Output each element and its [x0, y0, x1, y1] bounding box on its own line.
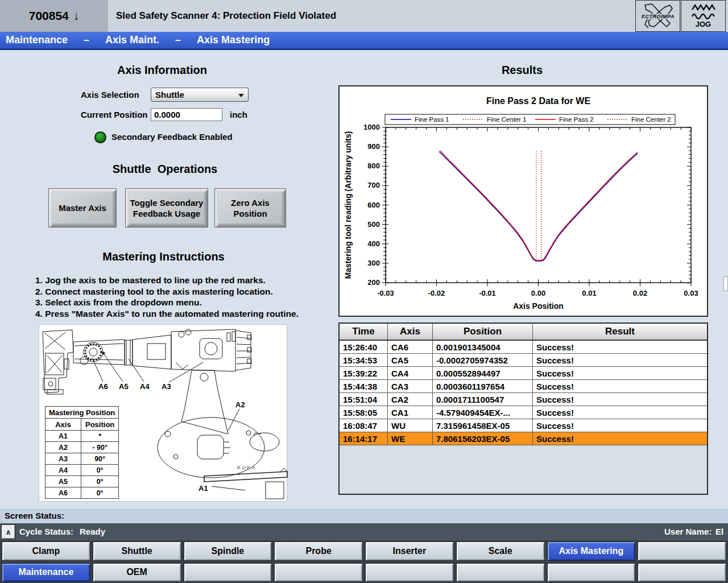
results-table-cell: WE — [388, 432, 433, 445]
plot-border — [386, 127, 691, 283]
results-table-cell: 0.0001711100547 — [433, 393, 533, 406]
mastering-table-row: A390° — [46, 453, 119, 465]
results-table-cell: 7.806156203EX-05 — [433, 432, 533, 445]
results-column-header: Time — [340, 324, 388, 340]
nav-button-maintenance[interactable]: Maintenance — [2, 563, 90, 582]
screen-status-bar: Screen Status: — [0, 508, 728, 523]
robot-axis-label-a1: A1 — [198, 484, 208, 493]
toggle-secondary-feedback-label: Toggle Secondary Feedback Usage — [130, 197, 204, 219]
nav-button-empty[interactable] — [274, 563, 363, 582]
results-table-cell: 15:51:04 — [340, 393, 388, 406]
mastering-position-table: Mastering PositionAxisPositionA1*A2- 90°… — [45, 406, 119, 499]
results-table-cell: 15:34:53 — [340, 354, 388, 366]
results-column-header: Position — [433, 324, 533, 340]
robot-axis-label-a6: A6 — [98, 382, 108, 391]
mastering-table-cell: A4 — [46, 465, 81, 476]
results-table-cell: 0.0003601197654 — [433, 380, 533, 392]
x-tick-label: -0.03 — [377, 289, 394, 297]
nav-button-clamp[interactable]: Clamp — [2, 541, 90, 561]
axis-selection-dropdown[interactable]: Shuttle — [151, 88, 249, 102]
results-column-header: Result — [533, 324, 707, 340]
current-position-input[interactable] — [151, 108, 222, 121]
mastering-table-row: A60° — [46, 487, 119, 499]
user-name-label: User Name: — [664, 523, 712, 540]
y-tick-label: 600 — [367, 201, 380, 209]
nav-button-axis-mastering[interactable]: Axis Mastering — [547, 541, 636, 561]
results-table-cell: Success! — [533, 341, 707, 353]
toggle-secondary-feedback-button[interactable]: Toggle Secondary Feedback Usage — [125, 188, 208, 228]
down-arrow-icon: ↓ — [73, 9, 80, 23]
jog-mode-button[interactable]: JOG — [681, 0, 726, 32]
results-table-row[interactable]: 15:34:53CA5-0.0002705974352Success! — [340, 354, 707, 367]
mastering-instructions-list: 1. Jog the axis to be mastered to line u… — [35, 275, 303, 319]
breadcrumb-item-axis-maint[interactable]: Axis Maint. — [105, 34, 159, 46]
nav-button-empty[interactable] — [365, 563, 454, 582]
nav-button-empty[interactable] — [638, 541, 726, 561]
results-table-cell: Success! — [533, 354, 707, 366]
y-tick-label: 400 — [367, 239, 380, 248]
results-table-row[interactable]: 15:44:38CA30.0003601197654Success! — [340, 380, 707, 393]
breadcrumb-item-maintenance[interactable]: Maintenance — [6, 34, 68, 46]
nav-button-empty[interactable] — [184, 563, 272, 582]
x-tick-label: 0.02 — [633, 289, 647, 297]
axis-information-title: Axis Information — [74, 64, 250, 77]
results-table-cell: Success! — [533, 406, 707, 419]
current-position-label: Current Position — [81, 110, 148, 119]
fine-pass-chart: Fine Pass 2 Data for WEFine Pass 1Fine C… — [340, 86, 707, 316]
breadcrumb-separator: – — [175, 34, 181, 46]
results-table-row[interactable]: 16:14:17WE7.806156203EX-05Success! — [340, 432, 707, 445]
breadcrumb-item-axis-mastering[interactable]: Axis Mastering — [197, 34, 270, 46]
collapse-button[interactable]: ∧ — [1, 524, 15, 539]
top-bar: 700854 ↓ Sled Safety Scanner 4: Protecti… — [0, 0, 728, 32]
instruction-step: 3. Select axis from the dropdown menu. — [35, 297, 303, 308]
nav-button-oem[interactable]: OEM — [93, 563, 181, 582]
results-table-row[interactable]: 15:58:05CA1-4.579409454EX-...Success! — [340, 406, 707, 419]
alarm-number-button[interactable]: 700854 ↓ — [0, 0, 108, 32]
results-table-row[interactable]: 15:39:22CA40.000552894497Success! — [340, 367, 707, 380]
nav-button-empty[interactable] — [638, 563, 726, 582]
legend-entry-label: Fine Center 1 — [487, 116, 527, 123]
tools-caption: ECTROIMPA — [636, 14, 680, 19]
mastering-table-cell: * — [81, 431, 118, 442]
results-table-cell: CA1 — [388, 406, 433, 419]
mastering-table-cell: A6 — [46, 487, 81, 499]
mastering-table-row: A40° — [46, 465, 119, 476]
x-tick-label: 0.00 — [531, 289, 545, 297]
nav-button-probe[interactable]: Probe — [274, 541, 363, 561]
instruction-step: 4. Press "Master Axis" to run the automa… — [35, 308, 303, 320]
results-table-cell: 7.315961458EX-05 — [433, 419, 533, 432]
results-table-row[interactable]: 15:51:04CA20.0001711100547Success! — [340, 393, 707, 406]
nav-button-shuttle[interactable]: Shuttle — [93, 541, 181, 561]
results-table-cell: CA6 — [388, 341, 433, 353]
results-table-cell: Success! — [533, 380, 707, 392]
mastering-table-row: A1* — [46, 431, 119, 442]
master-axis-button[interactable]: Master Axis — [48, 188, 117, 228]
master-axis-label: Master Axis — [59, 202, 106, 213]
shuttle-operations-title: Shuttle Operations — [68, 163, 262, 176]
y-tick-label: 700 — [367, 181, 380, 189]
legend-entry-label: Fine Pass 1 — [415, 116, 449, 123]
cycle-status-label: Cycle Status: — [19, 523, 73, 540]
y-tick-label: 300 — [367, 259, 380, 267]
mastering-table-cell: 0° — [81, 465, 118, 476]
secondary-feedback-label: Secondary Feedback Enabled — [111, 132, 233, 142]
mastering-table-cell: 90° — [81, 453, 118, 465]
instruction-step: 1. Jog the axis to be mastered to line u… — [35, 275, 303, 286]
zero-axis-position-button[interactable]: Zero Axis Position — [214, 188, 286, 228]
robot-diagram-panel: A6 A5 A4 A3 A2 A1 KUKA Mastering Positio… — [39, 324, 287, 502]
alarm-number: 700854 — [29, 9, 69, 23]
nav-button-empty[interactable] — [456, 563, 545, 582]
nav-button-scale[interactable]: Scale — [456, 541, 545, 561]
mastering-table-column: Axis — [46, 419, 81, 431]
results-table-row[interactable]: 15:26:40CA60.001901345004Success! — [340, 341, 707, 354]
x-tick-label: 0.01 — [582, 289, 596, 297]
nav-button-inserter[interactable]: Inserter — [365, 541, 454, 561]
mastering-table-cell: A3 — [46, 453, 81, 465]
results-table-cell: 0.000552894497 — [433, 367, 533, 379]
axis-selection-value: Shuttle — [155, 90, 184, 100]
nav-button-empty[interactable] — [547, 563, 636, 582]
secondary-feedback-led — [94, 131, 106, 143]
results-table-row[interactable]: 16:08:47WU7.315961458EX-05Success! — [340, 419, 707, 432]
nav-button-spindle[interactable]: Spindle — [184, 541, 272, 561]
mastering-table-cell: A5 — [46, 476, 81, 487]
